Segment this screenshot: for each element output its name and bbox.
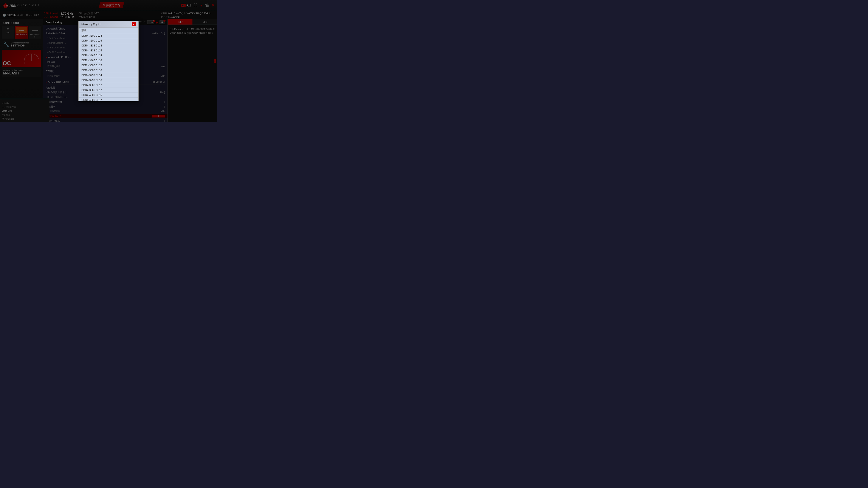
memory-try-it-modal: Memory Try It! × 禁止 DDR4-3200 CL14 DDR4-… [79, 21, 138, 101]
modal-close-button[interactable]: × [132, 22, 135, 26]
modal-item-7[interactable]: DDR4-3600 CL16 [79, 68, 138, 73]
modal-item-3[interactable]: DDR4-3333 CL15 [79, 48, 138, 53]
modal-body[interactable]: 禁止 DDR4-3200 CL14 DDR4-3200 CL15 DDR4-33… [79, 28, 138, 101]
modal-item-11[interactable]: DDR4-3866 CL17 [79, 88, 138, 93]
modal-item-1[interactable]: DDR4-3200 CL15 [79, 38, 138, 43]
modal-item-disabled[interactable]: 禁止 [79, 28, 138, 33]
modal-item-4[interactable]: DDR4-3466 CL14 [79, 53, 138, 58]
modal-item-5[interactable]: DDR4-3466 CL16 [79, 58, 138, 63]
modal-item-13[interactable]: DDR4-4000 CL17 [79, 98, 138, 101]
modal-title: Memory Try It! [81, 23, 100, 26]
modal-item-2[interactable]: DDR4-3333 CL14 [79, 43, 138, 48]
modal-item-9[interactable]: DDR4-3733 CL16 [79, 78, 138, 83]
modal-header: Memory Try It! × [79, 21, 138, 28]
modal-item-12[interactable]: DDR4-4000 CL15 [79, 93, 138, 98]
modal-item-0[interactable]: DDR4-3200 CL14 [79, 33, 138, 38]
modal-item-6[interactable]: DDR4-3600 CL15 [79, 63, 138, 68]
modal-overlay[interactable]: Memory Try It! × 禁止 DDR4-3200 CL14 DDR4-… [0, 0, 217, 122]
modal-item-10[interactable]: DDR4-3866 CL17 [79, 83, 138, 88]
modal-item-8[interactable]: DDR4-3733 CL14 [79, 73, 138, 78]
